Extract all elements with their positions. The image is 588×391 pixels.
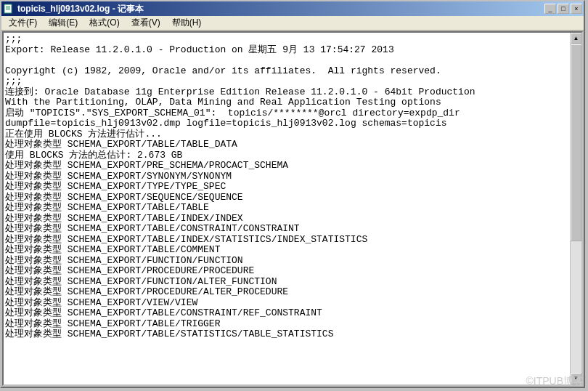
text-area[interactable]: ;;; Export: Release 11.2.0.1.0 - Product… xyxy=(4,33,581,384)
maximize-button[interactable]: □ xyxy=(558,4,569,14)
scroll-up-button[interactable]: ▲ xyxy=(571,33,581,44)
svg-rect-0 xyxy=(4,4,12,13)
window-title: topicis_hlj0913v02.log - 记事本 xyxy=(17,3,544,15)
content-frame: ;;; Export: Release 11.2.0.1.0 - Product… xyxy=(2,31,583,386)
minimize-button[interactable]: _ xyxy=(544,4,556,14)
app-icon xyxy=(3,3,15,15)
notepad-window: topicis_hlj0913v02.log - 记事本 _ □ × 文件(F)… xyxy=(0,0,585,388)
scroll-track[interactable] xyxy=(571,44,581,373)
window-controls: _ □ × xyxy=(544,4,582,14)
menu-format[interactable]: 格式(O) xyxy=(83,15,125,31)
vertical-scrollbar[interactable]: ▲ ▼ xyxy=(570,33,581,384)
menu-help[interactable]: 帮助(H) xyxy=(166,15,208,31)
close-button[interactable]: × xyxy=(571,4,582,14)
menubar: 文件(F) 编辑(E) 格式(O) 查看(V) 帮助(H) xyxy=(1,16,584,31)
scroll-thumb[interactable] xyxy=(571,44,581,241)
titlebar: topicis_hlj0913v02.log - 记事本 _ □ × xyxy=(1,1,584,16)
scroll-down-button[interactable]: ▼ xyxy=(571,373,581,384)
menu-view[interactable]: 查看(V) xyxy=(126,15,166,31)
menu-file[interactable]: 文件(F) xyxy=(3,15,43,31)
menu-edit[interactable]: 编辑(E) xyxy=(43,15,83,31)
